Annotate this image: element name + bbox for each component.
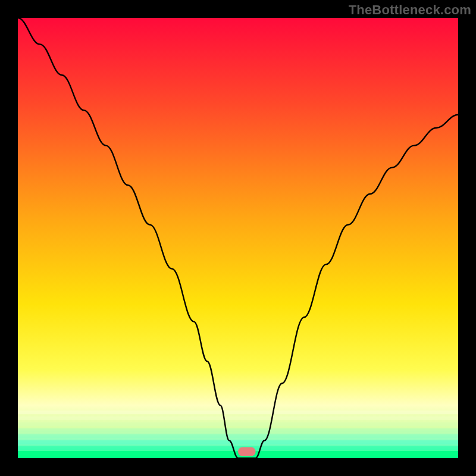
watermark-text: TheBottleneck.com xyxy=(349,2,471,18)
svg-rect-3 xyxy=(18,422,458,426)
svg-rect-4 xyxy=(18,428,458,432)
svg-rect-5 xyxy=(18,434,458,438)
svg-rect-6 xyxy=(18,440,458,444)
chart-svg xyxy=(0,0,476,476)
svg-rect-2 xyxy=(18,416,458,420)
svg-rect-7 xyxy=(18,446,458,450)
sweet-spot-marker xyxy=(238,447,256,456)
svg-rect-8 xyxy=(18,451,458,458)
chart-stage: TheBottleneck.com xyxy=(0,0,476,476)
chart-bottom-banding xyxy=(18,411,458,458)
svg-rect-1 xyxy=(18,411,458,414)
chart-gradient-bg xyxy=(18,18,458,458)
